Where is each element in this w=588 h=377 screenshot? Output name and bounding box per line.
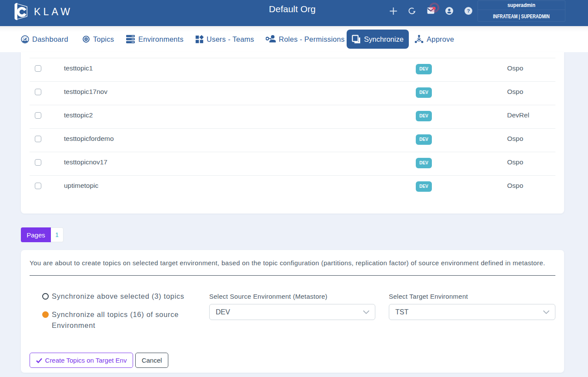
- svg-text:?: ?: [467, 8, 470, 13]
